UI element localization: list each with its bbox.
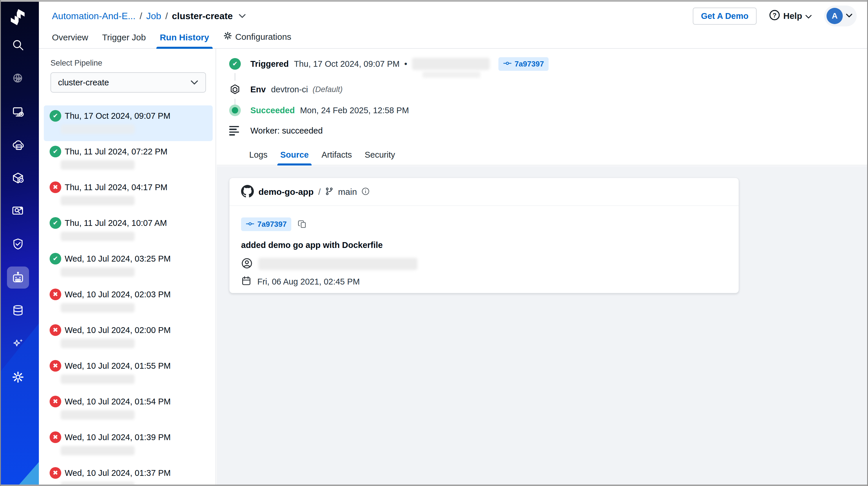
run-status-icon [50,396,61,407]
sidebar-item-app-store[interactable] [7,134,29,156]
commit-chip[interactable]: 7a97397 [498,57,549,71]
commit-chip[interactable]: 7a97397 [241,218,291,231]
result-date: Mon, 24 Feb 2025, 12:58 PM [300,106,409,115]
commit-details: 7a97397 added demo go app with Dockerfil… [229,206,739,288]
tab-overview[interactable]: Overview [52,32,88,48]
run-history-item[interactable]: Wed, 10 Jul 2024, 01:39 PM [44,427,213,462]
triggered-date: Thu, 17 Oct 2024, 09:07 PM [294,59,400,69]
run-date: Wed, 10 Jul 2024, 01:54 PM [65,397,170,406]
redacted-text [61,267,134,277]
run-history-item[interactable]: Wed, 10 Jul 2024, 02:00 PM [44,320,213,355]
app-header: Automation-And-E... / Job / cluster-crea… [39,2,867,49]
sidebar-item-jobs[interactable] [7,266,29,289]
run-history-item[interactable]: Wed, 10 Jul 2024, 01:55 PM [44,355,213,391]
sidebar-item-observability[interactable] [7,200,29,222]
env-row: Env devtron-ci (Default) [229,82,343,96]
sidebar-item-ai-assistant[interactable] [7,333,29,355]
help-menu[interactable]: ? Help [769,9,812,23]
tab-source[interactable]: Source [280,150,309,165]
redacted-text [61,232,134,241]
shield-check-icon [11,237,25,251]
run-date: Thu, 17 Oct 2024, 09:07 PM [65,111,170,121]
select-pipeline-label: Select Pipeline [51,59,216,68]
redacted-text [61,160,134,170]
sidebar-item-search[interactable] [7,34,29,56]
tab-configurations-label: Configurations [235,32,291,42]
window-edge [0,485,868,486]
succeeded-dot-icon [229,105,241,116]
run-history-item[interactable]: Wed, 10 Jul 2024, 03:25 PM [44,248,213,284]
run-history-item[interactable]: Wed, 10 Jul 2024, 01:54 PM [44,391,213,427]
run-status-icon [50,431,61,443]
author-icon [241,258,253,270]
pipeline-run-panel: Select Pipeline cluster-create Thu, 17 O… [39,49,216,485]
run-history-item[interactable]: Thu, 17 Oct 2024, 09:07 PM [44,105,213,141]
run-status-icon [50,110,61,122]
run-date: Wed, 10 Jul 2024, 02:03 PM [65,290,170,299]
help-question-icon: ? [769,9,780,23]
run-date: Wed, 10 Jul 2024, 01:55 PM [65,361,170,371]
commit-date: Fri, 06 Aug 2021, 02:45 PM [257,277,360,287]
run-status-icon [50,289,61,300]
timeline-connector [235,73,235,81]
sidebar-item-resource-browser[interactable] [7,68,29,90]
triggered-row: Triggered Thu, 17 Oct 2024, 09:07 PM • 7… [229,57,549,71]
breadcrumb-job-link[interactable]: Job [146,11,161,22]
breadcrumb-project-link[interactable]: Automation-And-E... [52,11,135,22]
repo-name[interactable]: demo-go-app [258,187,314,197]
sparkles-icon [11,337,25,351]
avatar: A [827,8,843,24]
run-date: Wed, 10 Jul 2024, 01:37 PM [65,468,170,478]
get-a-demo-button[interactable]: Get A Demo [693,7,756,25]
run-date: Thu, 11 Jul 2024, 04:17 PM [65,182,167,192]
sidebar-item-resource-watcher[interactable] [7,299,29,322]
chevron-down-icon [190,80,198,85]
run-date: Wed, 10 Jul 2024, 03:25 PM [65,254,170,264]
sidebar-item-applications[interactable] [7,101,29,123]
path-separator: / [318,187,320,197]
search-icon [11,38,25,52]
breadcrumb-separator: / [140,11,142,22]
help-label: Help [783,11,802,21]
run-status-icon [50,360,61,372]
devtron-logo-icon[interactable] [8,7,27,27]
chevron-down-icon [846,13,852,19]
breadcrumb-separator: / [165,11,168,22]
copy-icon[interactable] [298,220,307,229]
chevron-down-icon [805,11,812,21]
commit-id: 7a97397 [515,59,544,68]
redacted-trigger-user [412,58,490,70]
run-history-item[interactable]: Thu, 11 Jul 2024, 10:07 AM [44,212,213,248]
redacted-text [61,446,134,455]
redacted-text [61,124,134,134]
user-menu[interactable]: A [824,5,857,26]
tab-artifacts[interactable]: Artifacts [321,150,352,165]
env-value: devtron-ci [271,85,308,94]
gear-icon [223,31,232,42]
tab-security[interactable]: Security [365,150,395,165]
tab-run-history[interactable]: Run History [160,32,209,48]
gear-icon [11,370,25,384]
run-status-icon [50,181,61,193]
info-icon[interactable] [362,187,370,197]
environment-hexagon-icon [229,84,241,95]
package-gear-icon [11,171,25,184]
sidebar-item-settings[interactable] [7,366,29,388]
worker-lines-icon [229,125,241,137]
run-history-item[interactable]: Wed, 10 Jul 2024, 02:03 PM [44,284,213,320]
sidebar-item-packages[interactable] [7,167,29,189]
pipeline-select[interactable]: cluster-create [51,72,206,93]
run-history-item[interactable]: Thu, 11 Jul 2024, 04:17 PM [44,177,213,212]
redacted-text [61,482,134,485]
success-check-icon [229,58,241,70]
sidebar-item-security[interactable] [7,233,29,255]
tab-trigger-job[interactable]: Trigger Job [102,32,146,48]
tab-configurations[interactable]: Configurations [223,31,291,48]
run-history-item[interactable]: Wed, 10 Jul 2024, 01:37 PM [44,462,213,485]
run-history-item[interactable]: Thu, 11 Jul 2024, 07:22 PM [44,141,213,177]
redacted-text [61,196,134,205]
job-tabs: Overview Trigger Job Run History Configu… [52,28,291,48]
redacted-text [61,374,134,384]
chevron-down-icon[interactable] [239,13,246,19]
tab-logs[interactable]: Logs [249,150,268,165]
